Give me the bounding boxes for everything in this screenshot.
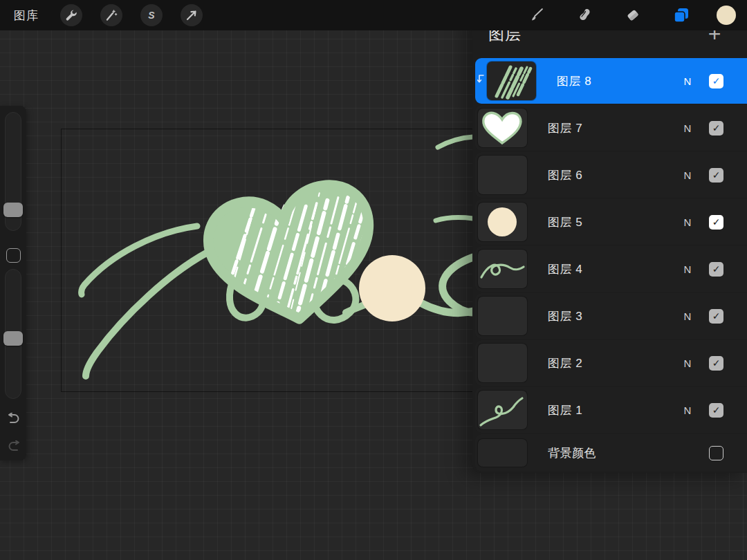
eraser-icon (625, 7, 641, 24)
layer-thumbnail-empty[interactable] (478, 156, 527, 194)
layers-icon (672, 6, 690, 24)
gallery-button[interactable]: 图库 (0, 8, 51, 24)
layer-row[interactable]: 图层 4N✓ (475, 246, 747, 292)
blend-mode-button[interactable]: N (681, 263, 694, 275)
blend-mode-button[interactable]: N (681, 357, 694, 369)
layer-visibility-checkbox[interactable]: ✓ (709, 74, 723, 88)
layer-name: 图层 5 (548, 214, 582, 230)
blend-mode-button[interactable]: N (681, 216, 694, 228)
layer-row[interactable]: 图层 3N✓ (475, 293, 747, 339)
layer-row[interactable]: 图层 5N✓ (475, 199, 747, 245)
blend-mode-button[interactable]: N (681, 75, 694, 87)
magic-wand-icon (105, 9, 118, 21)
blend-mode-button[interactable]: N (681, 404, 694, 416)
layer-visibility-checkbox[interactable]: ✓ (709, 356, 723, 371)
layer-visibility-checkbox[interactable]: ✓ (709, 262, 723, 277)
undo-button[interactable] (5, 410, 23, 428)
layer-thumbnail-swirl-loop[interactable] (478, 250, 527, 288)
layer-visibility-checkbox[interactable]: ✓ (709, 121, 723, 136)
layer-visibility-checkbox[interactable]: ✓ (709, 215, 723, 230)
selection-s-icon: S (145, 9, 158, 21)
brush-size-handle[interactable] (3, 203, 23, 217)
redo-icon (6, 440, 21, 453)
layer-row[interactable]: 图层 8N✓ (475, 58, 747, 104)
layer-name: 图层 3 (548, 308, 582, 324)
blend-mode-button[interactable]: N (681, 169, 694, 181)
layer-row[interactable]: 图层 6N✓ (475, 152, 747, 198)
actions-button[interactable] (60, 4, 82, 26)
redo-button[interactable] (5, 438, 23, 456)
brush-size-slider[interactable] (5, 112, 21, 231)
layer-thumbnail-empty[interactable] (478, 344, 527, 382)
layer-name: 图层 2 (548, 355, 582, 371)
layer-thumbnail-empty[interactable] (478, 439, 527, 467)
layer-name: 背景颜色 (548, 445, 596, 461)
selected-layer-return-icon (477, 75, 485, 87)
undo-icon (6, 413, 21, 425)
transform-button[interactable] (181, 4, 203, 26)
layer-name: 图层 4 (548, 261, 582, 277)
layer-row-background[interactable]: 背景颜色 (475, 434, 747, 472)
top-toolbar: 图库 S (0, 0, 747, 30)
layer-thumbnail-swirl-curl[interactable] (478, 391, 527, 429)
layer-visibility-checkbox[interactable]: ✓ (709, 309, 723, 324)
layer-visibility-checkbox[interactable] (709, 446, 723, 460)
canvas-boundary (61, 129, 484, 392)
adjustments-button[interactable] (100, 4, 122, 26)
brush-icon (528, 7, 544, 24)
layer-name: 图层 7 (548, 120, 582, 136)
smudge-icon (576, 7, 593, 24)
selection-button[interactable]: S (140, 4, 163, 26)
layer-thumbnail-heart-outline[interactable] (478, 109, 527, 147)
svg-text:S: S (148, 10, 155, 21)
blend-mode-button[interactable]: N (681, 310, 694, 322)
layer-row[interactable]: 图层 2N✓ (475, 340, 747, 386)
brush-tool-button[interactable] (523, 2, 549, 28)
blend-mode-button[interactable]: N (681, 122, 694, 134)
layer-visibility-checkbox[interactable]: ✓ (709, 403, 723, 418)
layers-panel: 图层 + 图层 8N✓ 图层 7N✓图层 6N✓ 图层 5N✓ 图层 4N✓图层… (472, 10, 747, 473)
eraser-tool-button[interactable] (620, 2, 646, 28)
procreate-app: 图层 + 图层 8N✓ 图层 7N✓图层 6N✓ 图层 5N✓ 图层 4N✓图层… (0, 0, 747, 560)
layer-name: 图层 8 (557, 73, 591, 89)
layer-name: 图层 6 (548, 167, 582, 183)
layers-panel-button[interactable] (668, 2, 694, 28)
wrench-icon (65, 9, 77, 21)
layer-name: 图层 1 (548, 402, 582, 418)
layer-visibility-checkbox[interactable]: ✓ (709, 168, 723, 183)
layers-list: 图层 8N✓ 图层 7N✓图层 6N✓ 图层 5N✓ 图层 4N✓图层 3N✓图… (472, 58, 747, 472)
layer-row[interactable]: 图层 1N✓ (475, 387, 747, 433)
brush-opacity-slider[interactable] (5, 269, 21, 399)
layer-thumbnail-scribble-strokes[interactable] (487, 62, 536, 100)
modify-button[interactable] (6, 248, 21, 263)
brush-opacity-handle[interactable] (3, 331, 23, 346)
transform-arrow-icon (185, 9, 198, 21)
layer-thumbnail-empty[interactable] (478, 297, 527, 335)
brush-sidebar (0, 106, 26, 460)
layer-thumbnail-cream-circle[interactable] (478, 203, 527, 241)
active-color-swatch[interactable] (717, 6, 736, 25)
layer-row[interactable]: 图层 7N✓ (475, 105, 747, 151)
smudge-tool-button[interactable] (571, 2, 598, 28)
